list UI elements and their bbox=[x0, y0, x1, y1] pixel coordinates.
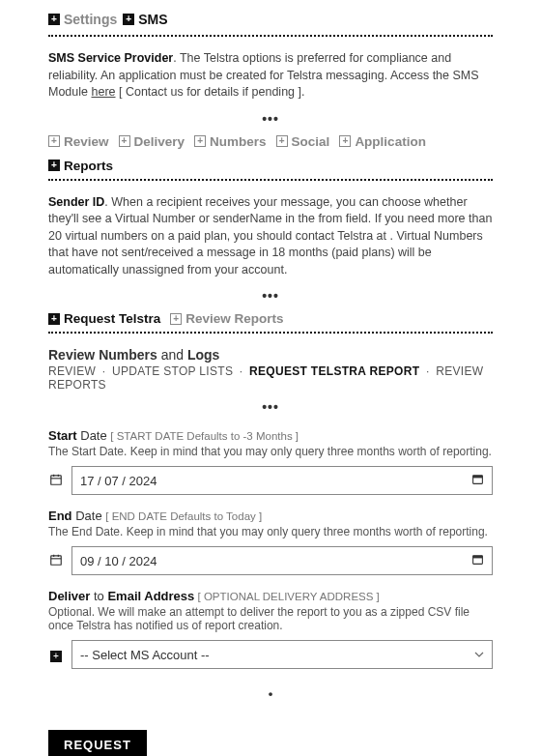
breadcrumb-settings-label: Settings bbox=[64, 12, 117, 27]
calendar-picker-icon bbox=[471, 473, 484, 488]
tab-numbers[interactable]: +Numbers bbox=[194, 134, 267, 149]
chevron-down-icon bbox=[474, 648, 484, 662]
tab-delivery[interactable]: +Delivery bbox=[119, 134, 185, 149]
end-date-input[interactable]: 09 / 10 / 2024 bbox=[71, 546, 493, 575]
sms-module-link[interactable]: here bbox=[91, 85, 115, 99]
breadcrumb-sms-label: SMS bbox=[138, 12, 167, 27]
plus-icon: + bbox=[123, 14, 134, 25]
plus-icon: + bbox=[48, 135, 60, 147]
plus-icon: + bbox=[194, 135, 206, 147]
svg-rect-5 bbox=[473, 476, 483, 479]
calendar-icon bbox=[48, 553, 64, 569]
tab-social[interactable]: +Social bbox=[276, 134, 330, 149]
dots-separator: ••• bbox=[48, 399, 493, 415]
plus-icon: + bbox=[48, 313, 60, 325]
calendar-icon bbox=[48, 473, 64, 489]
dots-separator: ••• bbox=[48, 288, 493, 304]
start-date-value: 17 / 07 / 2024 bbox=[80, 474, 157, 488]
subtabs-row: +Request Telstra +Review Reports bbox=[48, 311, 493, 326]
plus-icon: + bbox=[170, 313, 182, 325]
svg-rect-11 bbox=[473, 556, 483, 559]
end-date-label: End Date [ END DATE Defaults to Today ] bbox=[48, 509, 493, 523]
divider bbox=[48, 35, 493, 37]
deliver-account-select[interactable]: -- Select MS Account -- bbox=[71, 640, 493, 669]
sender-paragraph: Sender ID. When a recipient receives you… bbox=[48, 194, 493, 279]
sender-lead: Sender ID bbox=[48, 195, 104, 209]
intro-lead: SMS Service Provider bbox=[48, 51, 173, 65]
start-date-input[interactable]: 17 / 07 / 2024 bbox=[71, 466, 493, 495]
plus-icon: + bbox=[276, 135, 288, 147]
divider bbox=[48, 332, 493, 334]
breadcrumb-sms[interactable]: + SMS bbox=[123, 12, 167, 27]
dots-separator: ••• bbox=[48, 111, 493, 127]
svg-rect-6 bbox=[51, 555, 62, 564]
intro-body2: [ Contact us for details if pending ]. bbox=[116, 85, 305, 99]
tab-application[interactable]: +Application bbox=[339, 134, 426, 149]
intro-paragraph: SMS Service Provider. The Telstra option… bbox=[48, 50, 493, 102]
end-date-help: The End Date. Keep in mind that you may … bbox=[48, 525, 493, 538]
end-date-value: 09 / 10 / 2024 bbox=[80, 554, 157, 568]
svg-rect-0 bbox=[51, 475, 62, 483]
crumb-review[interactable]: REVIEW bbox=[48, 364, 96, 378]
plus-icon: + bbox=[339, 135, 351, 147]
breadcrumb-settings[interactable]: + Settings bbox=[48, 12, 117, 27]
tab-review[interactable]: +Review bbox=[48, 134, 109, 149]
deliver-label: Deliver to Email Address [ OPTIONAL DELI… bbox=[48, 589, 493, 603]
deliver-account-value: -- Select MS Account -- bbox=[80, 648, 210, 662]
dot-separator: • bbox=[48, 686, 493, 701]
plus-icon: + bbox=[48, 14, 60, 25]
breadcrumb: + Settings + SMS bbox=[48, 12, 493, 27]
crumb-update-stop-lists[interactable]: UPDATE STOP LISTS bbox=[112, 364, 233, 378]
tabs-row: +Review +Delivery +Numbers +Social +Appl… bbox=[48, 134, 493, 173]
crumb-request-report[interactable]: REQUEST TELSTRA REPORT bbox=[249, 364, 419, 378]
calendar-picker-icon bbox=[471, 553, 484, 568]
plus-icon: + bbox=[119, 135, 130, 147]
plus-icon: + bbox=[48, 160, 60, 171]
start-date-help: The Start Date. Keep in mind that you ma… bbox=[48, 445, 493, 458]
sender-body: . When a recipient receives your message… bbox=[48, 195, 492, 276]
deliver-help: Optional. We will make an attempt to del… bbox=[48, 605, 493, 632]
start-date-label: Start Date [ START DATE Defaults to -3 M… bbox=[48, 428, 493, 443]
divider bbox=[48, 179, 493, 181]
section-heading: Review Numbers and Logs bbox=[48, 347, 493, 363]
tab-reports[interactable]: +Reports bbox=[48, 159, 113, 173]
request-button[interactable]: REQUEST bbox=[48, 730, 147, 756]
subtab-request-telstra[interactable]: +Request Telstra bbox=[48, 311, 160, 326]
plus-icon: + bbox=[48, 647, 64, 662]
section-breadcrumb: REVIEW · UPDATE STOP LISTS · REQUEST TEL… bbox=[48, 364, 493, 392]
subtab-review-reports[interactable]: +Review Reports bbox=[170, 311, 283, 326]
